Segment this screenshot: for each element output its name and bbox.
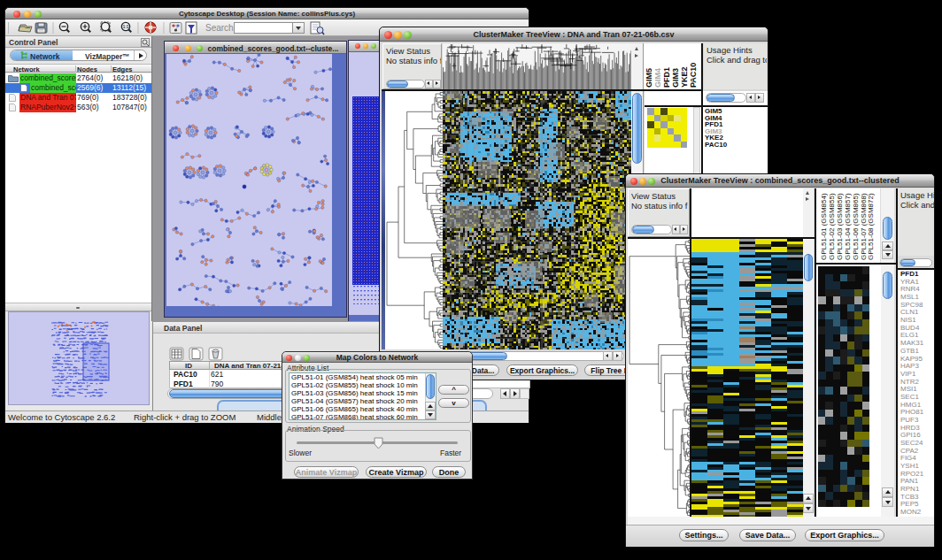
svg-text:GIM4: GIM4 (653, 68, 662, 88)
svg-text:GPL51-07 (GSM868): GPL51-07 (GSM868) (860, 193, 868, 260)
svg-text:PFD1: PFD1 (662, 67, 671, 88)
svg-text:GPL51-06 (GSM865): GPL51-06 (GSM865) (852, 193, 860, 260)
svg-text:YKE2: YKE2 (680, 66, 689, 88)
svg-text:1:1: 1:1 (123, 25, 129, 29)
svg-text:GPL51-03 (GSM856): GPL51-03 (GSM856) (836, 193, 844, 260)
svg-text:PAC10: PAC10 (689, 63, 698, 88)
svg-text:GIM5: GIM5 (645, 68, 653, 88)
svg-text:GPL51-04 (GSM857): GPL51-04 (GSM857) (844, 193, 852, 260)
svg-text:GPL51-08 (GSM872): GPL51-08 (GSM872) (867, 193, 875, 260)
svg-text:GPL51-01 (GSM854): GPL51-01 (GSM854) (820, 193, 828, 260)
svg-text:GIM3: GIM3 (671, 68, 680, 88)
svg-text:GPL51-02 (GSM855): GPL51-02 (GSM855) (828, 193, 836, 260)
